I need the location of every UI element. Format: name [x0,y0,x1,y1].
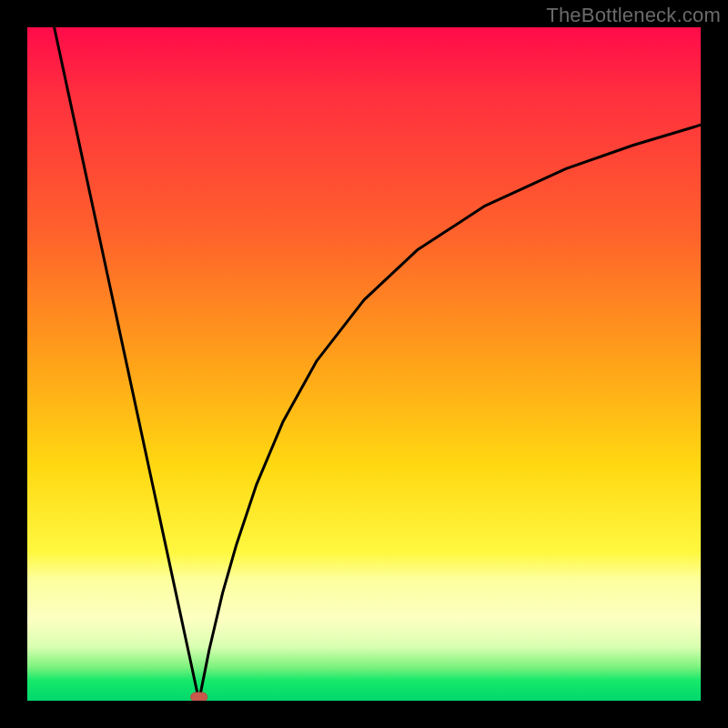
curve-layer [27,27,701,701]
curve-left-branch [55,27,199,701]
minimum-marker [191,693,207,701]
watermark-text: TheBottleneck.com [546,4,721,27]
curve-right-branch [199,125,701,701]
chart-frame: TheBottleneck.com [0,0,728,728]
plot-area [27,27,701,701]
